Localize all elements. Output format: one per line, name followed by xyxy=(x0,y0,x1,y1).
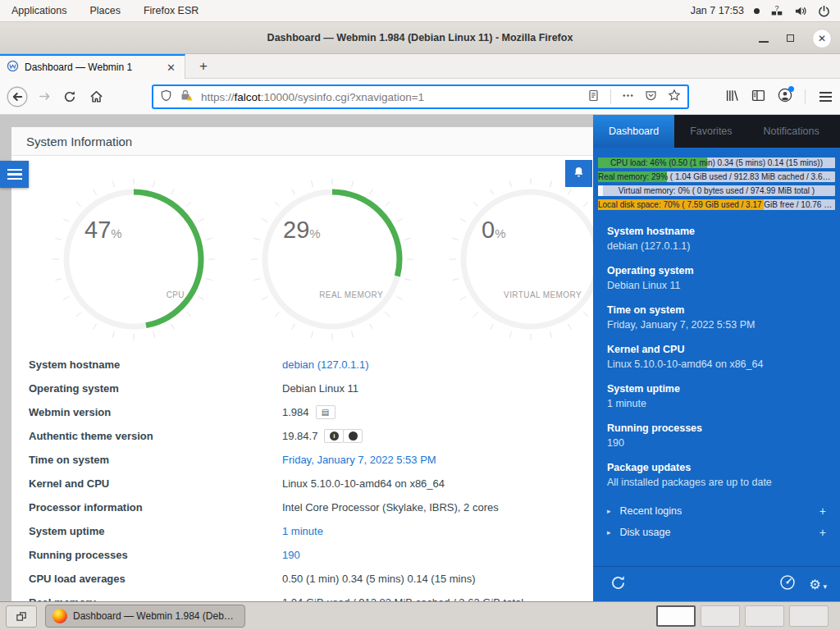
info-label: Operating system xyxy=(607,264,826,277)
clock[interactable]: Jan 7 17:53 xyxy=(691,5,744,16)
window-titlebar[interactable]: Dashboard — Webmin 1.984 (Debian Linux 1… xyxy=(0,22,840,54)
row-value[interactable]: 190 xyxy=(282,549,300,561)
sidebar-info-item: Package updatesAll installed packages ar… xyxy=(607,461,826,489)
refresh-icon[interactable] xyxy=(609,574,627,595)
caret-right-icon: ▸ xyxy=(607,507,611,515)
caret-right-icon: ▸ xyxy=(607,528,611,536)
info-icon: i xyxy=(330,431,339,441)
taskbar-window-label: Dashboard — Webmin 1.984 (Deb… xyxy=(73,610,234,622)
resource-bar: Real memory: 29% ( 1.04 GiB used / 912.8… xyxy=(598,171,835,182)
row-value-text: Linux 5.10.0-10-amd64 on x86_64 xyxy=(282,477,445,490)
system-info-table: System hostnamedebian (127.0.1.1)Operati… xyxy=(11,353,593,601)
book-icon: ▤ xyxy=(322,409,329,417)
sidebar-section-disk-usage[interactable]: ▸Disk usage+ xyxy=(593,522,840,543)
row-value: 1.984▤ xyxy=(282,405,336,419)
sidebar-toggle-icon[interactable] xyxy=(751,89,765,106)
url-bar[interactable]: ! https://falcot:10000/sysinfo.cgi?xnavi… xyxy=(152,84,689,109)
tracking-shield-icon[interactable] xyxy=(160,89,172,105)
row-label: Authentic theme version xyxy=(11,430,282,442)
places-menu[interactable]: Places xyxy=(78,0,132,21)
gauge-caption: VIRTUAL MEMORY xyxy=(504,290,582,299)
window-switcher-button[interactable] xyxy=(6,605,37,628)
new-tab-button[interactable]: + xyxy=(194,57,213,76)
tab-close-icon[interactable]: ✕ xyxy=(164,62,178,74)
expand-plus-icon[interactable]: + xyxy=(819,526,826,539)
browser-tab[interactable]: Dashboard — Webmin 1 ✕ xyxy=(0,54,185,79)
recording-dot-icon xyxy=(754,8,760,14)
firefox-esr-menu[interactable]: Firefox ESR xyxy=(132,0,210,21)
resource-bar: Local disk space: 70% ( 7.59 GiB used / … xyxy=(598,199,835,210)
home-button[interactable] xyxy=(89,89,103,103)
row-label: Webmin version xyxy=(11,406,282,418)
power-icon[interactable] xyxy=(818,5,830,17)
system-information-panel: System Information 47%CPU29%REAL MEMORY0… xyxy=(11,127,593,601)
gauge-percent: 29% xyxy=(283,217,321,244)
gauge-caption: CPU xyxy=(167,290,185,299)
workspace-cell[interactable] xyxy=(789,605,829,627)
lock-warning-icon[interactable]: ! xyxy=(180,89,194,105)
gauge-virtual-memory: 0%VIRTUAL MEMORY xyxy=(449,177,593,341)
gauge-percent: 47% xyxy=(84,217,122,244)
menu-toggle-button[interactable] xyxy=(0,161,29,188)
row-github-button[interactable] xyxy=(343,429,363,443)
applications-menu[interactable]: Applications xyxy=(0,0,78,21)
dashboard-gauge-icon[interactable] xyxy=(779,574,796,594)
gauge-percent-value: 47 xyxy=(84,217,111,243)
library-icon[interactable] xyxy=(725,89,739,106)
row-label: Processor information xyxy=(11,501,282,514)
info-label: Running processes xyxy=(607,422,826,435)
network-question-icon[interactable]: ? xyxy=(769,4,784,17)
gauge-percent-value: 29 xyxy=(283,217,309,243)
back-button[interactable] xyxy=(7,86,28,107)
close-button[interactable]: ✕ xyxy=(812,29,832,48)
menu-icon[interactable] xyxy=(818,90,833,103)
settings-gear-icon[interactable]: ⚙▾ xyxy=(809,577,827,592)
account-icon[interactable] xyxy=(778,88,792,106)
workspace-cell[interactable] xyxy=(745,605,784,627)
resource-bar-text: Real memory: 29% ( 1.04 GiB used / 912.8… xyxy=(598,171,835,182)
forward-button[interactable] xyxy=(38,89,52,103)
bookmark-star-icon[interactable] xyxy=(668,89,681,105)
workspace-cell[interactable] xyxy=(656,605,696,627)
row-value[interactable]: debian (127.0.1.1) xyxy=(282,358,369,371)
sidebar-sections: ▸Recent logins+▸Disk usage+ xyxy=(593,500,840,543)
row-value-text: 190 xyxy=(282,549,300,561)
info-value: All installed packages are up to date xyxy=(607,476,826,489)
table-row: Webmin version1.984▤ xyxy=(11,400,593,424)
gauge-percent-value: 0 xyxy=(482,217,495,243)
info-value: 190 xyxy=(607,436,826,450)
webmin-sidebar: DashboardFavoritesNotifications CPU load… xyxy=(593,115,840,601)
row-value-text: 19.84.7 xyxy=(282,430,317,442)
row-value: Debian Linux 11 xyxy=(282,382,358,395)
taskbar-window-button[interactable]: Dashboard — Webmin 1.984 (Deb… xyxy=(45,605,245,628)
row-value-text: Friday, January 7, 2022 5:53 PM xyxy=(282,454,436,466)
url-text[interactable]: https://falcot:10000/sysinfo.cgi?xnaviga… xyxy=(201,91,424,103)
row-book-button[interactable]: ▤ xyxy=(316,405,336,419)
toolbar-separator xyxy=(805,89,806,104)
urlbar-separator xyxy=(610,89,611,104)
notifications-bell-button[interactable] xyxy=(565,160,592,187)
row-value[interactable]: 1 minute xyxy=(282,525,323,537)
table-row: System uptime1 minute xyxy=(11,519,593,543)
workspace-cell[interactable] xyxy=(701,605,740,627)
sidebar-tab-dashboard[interactable]: Dashboard xyxy=(593,115,674,148)
info-label: Package updates xyxy=(607,461,826,474)
gauge-percent: 0% xyxy=(482,217,505,244)
table-row: Processor informationIntel Core Processo… xyxy=(11,495,593,519)
volume-icon[interactable] xyxy=(794,5,808,17)
sidebar-tab-favorites[interactable]: Favorites xyxy=(674,115,747,148)
info-value: debian (127.0.1.1) xyxy=(607,240,826,253)
sidebar-section-recent-logins[interactable]: ▸Recent logins+ xyxy=(593,500,840,522)
row-value[interactable]: Friday, January 7, 2022 5:53 PM xyxy=(282,454,436,466)
bell-icon xyxy=(573,166,585,182)
pocket-icon[interactable] xyxy=(645,89,657,105)
reload-button[interactable] xyxy=(63,90,76,103)
maximize-button[interactable] xyxy=(787,34,794,42)
page-actions-icon[interactable] xyxy=(622,89,634,105)
minimize-button[interactable] xyxy=(759,41,769,43)
reader-mode-icon[interactable] xyxy=(587,89,600,105)
row-value-text: debian (127.0.1.1) xyxy=(282,358,369,371)
expand-plus-icon[interactable]: + xyxy=(819,504,826,518)
sidebar-tab-notifications[interactable]: Notifications xyxy=(748,115,835,148)
row-info-button[interactable]: i xyxy=(324,429,344,443)
